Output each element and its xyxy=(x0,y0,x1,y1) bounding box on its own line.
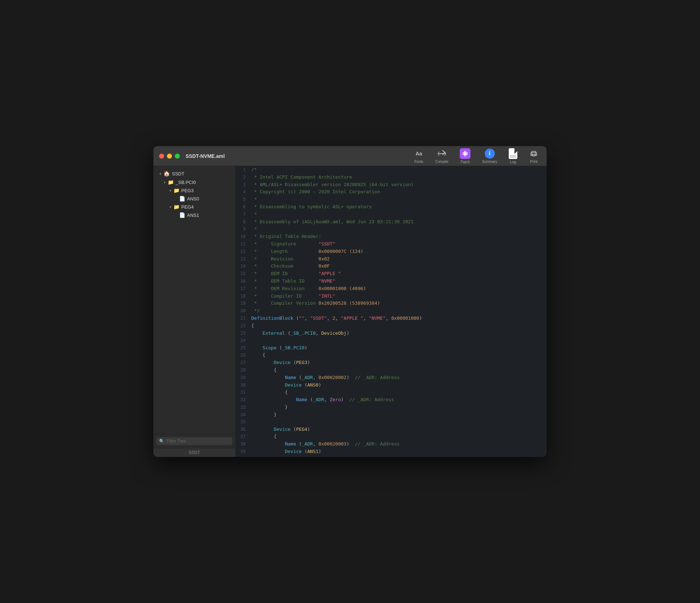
code-line-6: 6 * Disassembling to symbolic ASL+ opera… xyxy=(236,203,547,211)
chevron-ans1 xyxy=(173,213,178,218)
maximize-button[interactable] xyxy=(175,154,180,159)
code-line-21: 21 DefinitionBlock ("", "SSDT", 2, "APPL… xyxy=(236,315,547,322)
patch-label: Patch xyxy=(460,160,470,164)
code-line-1: 1 /* xyxy=(236,166,547,174)
toolbar: Aa Fonts Compile xyxy=(412,147,541,165)
summary-icon: i xyxy=(485,149,495,159)
log-icon xyxy=(509,148,517,159)
chevron-peg3: ▾ xyxy=(168,188,173,193)
code-line-39: 39 Device (ANS1) xyxy=(236,448,547,455)
code-line-36: 36 Device (PEG4) xyxy=(236,426,547,433)
code-line-27: 27 Device (PEG3) xyxy=(236,359,547,367)
peg4-label: PEG4 xyxy=(181,204,194,210)
svg-rect-3 xyxy=(465,151,466,156)
code-line-24: 24 xyxy=(236,337,547,344)
search-box: 🔍 xyxy=(156,437,232,445)
code-line-14: 14 * Checksum 0x0F xyxy=(236,263,547,270)
code-line-11: 11 * Signature "SSDT" xyxy=(236,240,547,248)
patch-icon xyxy=(460,148,470,159)
folder-icon-sb-pci0: 📁 xyxy=(168,179,174,185)
code-line-35: 35 xyxy=(236,418,547,425)
minimize-button[interactable] xyxy=(167,154,172,159)
summary-toolbar-item[interactable]: i Summary xyxy=(480,147,499,165)
print-toolbar-item[interactable]: Print xyxy=(527,147,541,165)
sidebar-item-peg3[interactable]: ▾ 📁 PEG3 xyxy=(155,186,234,194)
print-label: Print xyxy=(530,160,538,164)
sidebar-footer: 🔍 xyxy=(153,434,235,448)
code-line-7: 7 * xyxy=(236,211,547,218)
folder-icon-peg3: 📁 xyxy=(173,188,179,193)
traffic-lights xyxy=(159,154,180,159)
file-icon-ans0: 📄 xyxy=(179,196,185,201)
chevron-peg4: ▾ xyxy=(168,204,173,209)
house-icon: 🏠 xyxy=(163,170,170,177)
code-line-18: 18 * Compiler ID "INTL" xyxy=(236,293,547,300)
sidebar-item-peg4[interactable]: ▾ 📁 PEG4 xyxy=(155,203,234,211)
tree-container[interactable]: ▾ 🏠 SSDT ▾ 📁 _SB.PCI0 ▾ 📁 PEG3 xyxy=(153,166,235,434)
folder-icon-peg4: 📁 xyxy=(173,204,179,210)
patch-toolbar-item[interactable]: Patch xyxy=(458,147,473,165)
code-line-2: 2 * Intel ACPI Component Architecture xyxy=(236,174,547,181)
sidebar-item-ssdt[interactable]: ▾ 🏠 SSDT xyxy=(155,169,234,178)
code-line-23: 23 External (_SB_.PCI0, DeviceObj) xyxy=(236,330,547,337)
code-line-10: 10 * Original Table Header: xyxy=(236,233,547,240)
code-line-25: 25 Scope (_SB.PCI0) xyxy=(236,344,547,352)
code-line-8: 8 * Disassembly of iASLjAoaWX.aml, Wed J… xyxy=(236,218,547,226)
code-line-16: 16 * OEM Table ID "NVME" xyxy=(236,278,547,285)
code-table: 1 /* 2 * Intel ACPI Component Architectu… xyxy=(236,166,547,457)
ssdt-label: SSDT xyxy=(172,171,184,176)
close-button[interactable] xyxy=(159,154,164,159)
code-editor[interactable]: 1 /* 2 * Intel ACPI Component Architectu… xyxy=(236,166,547,457)
filter-tree-input[interactable] xyxy=(167,439,230,444)
code-line-4: 4 * Copyright (c) 2000 – 2020 Intel Corp… xyxy=(236,188,547,196)
sidebar-item-sb-pci0[interactable]: ▾ 📁 _SB.PCI0 xyxy=(155,178,234,186)
code-line-34: 34 } xyxy=(236,411,547,419)
sidebar-item-ans0[interactable]: 📄 ANS0 xyxy=(155,195,234,203)
code-line-9: 9 * xyxy=(236,225,547,233)
code-line-26: 26 { xyxy=(236,352,547,359)
code-line-31: 31 { xyxy=(236,389,547,396)
chevron-ans0 xyxy=(173,196,178,201)
peg3-label: PEG3 xyxy=(181,188,194,193)
code-line-29: 29 Name (_ADR, 0x00020002) // _ADR: Addr… xyxy=(236,374,547,382)
code-line-30: 30 Device (ANS0) xyxy=(236,382,547,389)
summary-label: Summary xyxy=(482,160,497,164)
sidebar: ▾ 🏠 SSDT ▾ 📁 _SB.PCI0 ▾ 📁 PEG3 xyxy=(153,166,236,457)
code-line-15: 15 * OEM ID "APPLE " xyxy=(236,270,547,278)
code-line-37: 37 { xyxy=(236,433,547,440)
code-line-38: 38 Name (_ADR, 0x00020003) // _ADR: Addr… xyxy=(236,440,547,448)
sidebar-item-ans1[interactable]: 📄 ANS1 xyxy=(155,211,234,219)
code-line-17: 17 * OEM Revision 0x00001000 (4096) xyxy=(236,285,547,293)
main-window: SSDT-NVME.aml Aa Fonts Compile xyxy=(153,146,547,457)
compile-toolbar-item[interactable]: Compile xyxy=(433,147,451,165)
code-line-28: 28 { xyxy=(236,367,547,374)
file-icon-ans1: 📄 xyxy=(179,212,185,218)
code-line-22: 22 { xyxy=(236,322,547,330)
compile-icon xyxy=(437,149,447,159)
code-line-5: 5 * xyxy=(236,196,547,203)
code-line-12: 12 * Length 0x0000007C (124) xyxy=(236,248,547,255)
chevron-sb-pci0: ▾ xyxy=(162,180,167,185)
svg-rect-0 xyxy=(463,153,468,153)
sidebar-status: SSDT xyxy=(153,448,235,457)
log-toolbar-item[interactable]: Log xyxy=(507,147,519,165)
fonts-icon: Aa xyxy=(414,149,424,159)
code-line-13: 13 * Revision 0x02 xyxy=(236,255,547,263)
code-line-40: 40 { xyxy=(236,455,547,457)
code-line-20: 20 */ xyxy=(236,307,547,315)
code-line-32: 32 Name (_ADR, Zero) // _ADR: Address xyxy=(236,396,547,404)
ans1-label: ANS1 xyxy=(187,213,199,218)
code-line-3: 3 * AML/ASL+ Disassembler version 202009… xyxy=(236,181,547,189)
svg-rect-5 xyxy=(532,154,535,156)
sb-pci0-label: _SB.PCI0 xyxy=(176,180,196,185)
log-label: Log xyxy=(510,160,516,164)
code-line-33: 33 } xyxy=(236,404,547,411)
chevron-ssdt: ▾ xyxy=(158,171,163,176)
svg-rect-1 xyxy=(463,154,468,154)
window-title: SSDT-NVME.aml xyxy=(186,153,225,159)
titlebar: SSDT-NVME.aml Aa Fonts Compile xyxy=(153,146,547,166)
fonts-label: Fonts xyxy=(414,160,423,164)
ans0-label: ANS0 xyxy=(187,196,199,201)
main-content: ▾ 🏠 SSDT ▾ 📁 _SB.PCI0 ▾ 📁 PEG3 xyxy=(153,166,547,457)
fonts-toolbar-item[interactable]: Aa Fonts xyxy=(412,147,426,165)
